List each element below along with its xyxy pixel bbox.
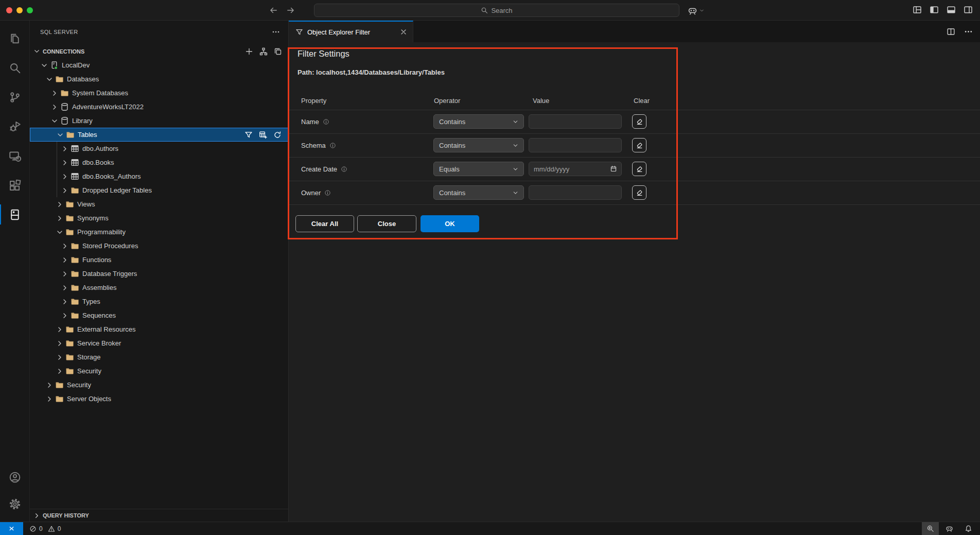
status-zoom-in[interactable] xyxy=(922,522,939,535)
clear-create-date-button[interactable] xyxy=(632,162,646,176)
minimize-window-button[interactable] xyxy=(16,7,23,13)
tree-item-server-objects[interactable]: Server Objects xyxy=(30,392,288,406)
status-notifications[interactable] xyxy=(960,522,977,535)
tree-item-views[interactable]: Views xyxy=(30,197,288,211)
chevron-right-icon[interactable] xyxy=(61,172,69,181)
customize-layout-icon[interactable] xyxy=(913,5,922,14)
activity-bar-accounts[interactable] xyxy=(0,464,29,491)
connection-groups-button[interactable] xyxy=(259,47,268,56)
activity-bar-search[interactable] xyxy=(0,53,29,82)
activity-bar-explorer[interactable] xyxy=(0,24,29,53)
command-center-search[interactable]: Search xyxy=(314,4,679,17)
tree-item-tables[interactable]: Tables xyxy=(30,128,288,142)
add-connection-button[interactable] xyxy=(245,47,253,56)
split-editor-icon[interactable] xyxy=(947,27,955,36)
activity-bar-extensions[interactable] xyxy=(0,170,29,200)
chevron-right-icon[interactable] xyxy=(61,270,69,278)
tree-item-assemblies[interactable]: Assemblies xyxy=(30,281,288,295)
tree-item-adventureworkslt2022[interactable]: AdventureWorksLT2022 xyxy=(30,100,288,114)
info-icon[interactable] xyxy=(324,189,331,196)
query-history-section-header[interactable]: QUERY HISTORY xyxy=(30,509,288,522)
chevron-right-icon[interactable] xyxy=(61,145,69,153)
chevron-down-icon[interactable] xyxy=(56,228,64,236)
chevron-right-icon[interactable] xyxy=(45,395,54,403)
close-button[interactable]: Close xyxy=(357,215,416,232)
chevron-right-icon[interactable] xyxy=(56,214,64,222)
activity-bar-run-and-debug[interactable] xyxy=(0,112,29,141)
new-table-button[interactable] xyxy=(259,131,267,139)
value-input-create-date[interactable]: mm/dd/yyyy xyxy=(529,162,622,176)
chevron-right-icon[interactable] xyxy=(56,367,64,375)
collapse-all-button[interactable] xyxy=(274,47,282,56)
operator-select-name[interactable]: Contains xyxy=(433,114,524,129)
tree-item-types[interactable]: Types xyxy=(30,295,288,308)
chevron-down-icon[interactable] xyxy=(40,61,48,70)
toggle-secondary-sidebar-icon[interactable] xyxy=(964,5,973,14)
calendar-icon[interactable] xyxy=(610,165,617,172)
remote-indicator[interactable] xyxy=(0,522,23,535)
tree-item-system-databases[interactable]: System Databases xyxy=(30,86,288,100)
tree-item-databases[interactable]: Databases xyxy=(30,72,288,86)
maximize-window-button[interactable] xyxy=(27,7,33,13)
tree-item-security[interactable]: Security xyxy=(30,364,288,378)
tree-item-dbo-books-authors[interactable]: dbo.Books_Authors xyxy=(30,169,288,183)
tab-object-explorer-filter[interactable]: Object Explorer Filter xyxy=(289,21,413,42)
chevron-right-icon[interactable] xyxy=(61,242,69,250)
chevron-right-icon[interactable] xyxy=(56,353,64,361)
chevron-right-icon[interactable] xyxy=(56,339,64,348)
operator-select-create-date[interactable]: Equals xyxy=(433,162,524,176)
problems-status[interactable]: 0 0 xyxy=(29,522,61,535)
operator-select-owner[interactable]: Contains xyxy=(433,185,524,200)
chevron-right-icon[interactable] xyxy=(50,89,59,97)
chevron-down-icon[interactable] xyxy=(45,75,54,83)
chevron-right-icon[interactable] xyxy=(61,256,69,264)
chevron-down-icon[interactable] xyxy=(33,47,41,55)
tree-item-localdev[interactable]: LocalDev xyxy=(30,58,288,72)
ok-button[interactable]: OK xyxy=(421,215,479,232)
refresh-button[interactable] xyxy=(273,131,282,139)
filter-button[interactable] xyxy=(244,131,253,139)
value-input-name[interactable] xyxy=(529,114,622,129)
clear-all-button[interactable]: Clear All xyxy=(295,215,354,232)
tree-item-dropped-ledger-tables[interactable]: Dropped Ledger Tables xyxy=(30,183,288,197)
tree-item-dbo-authors[interactable]: dbo.Authors xyxy=(30,142,288,156)
navigate-back-icon[interactable] xyxy=(269,6,278,15)
tree-item-sequences[interactable]: Sequences xyxy=(30,308,288,322)
tree-item-storage[interactable]: Storage xyxy=(30,350,288,364)
chevron-right-icon[interactable] xyxy=(61,159,69,167)
chevron-right-icon[interactable] xyxy=(61,284,69,292)
tree-item-library[interactable]: Library xyxy=(30,114,288,128)
chevron-right-icon[interactable] xyxy=(56,200,64,209)
value-input-owner[interactable] xyxy=(529,185,622,200)
navigate-forward-icon[interactable] xyxy=(286,6,295,15)
tree-item-functions[interactable]: Functions xyxy=(30,253,288,267)
tree-item-database-triggers[interactable]: Database Triggers xyxy=(30,267,288,281)
toggle-primary-sidebar-icon[interactable] xyxy=(930,5,939,14)
info-icon[interactable] xyxy=(329,142,336,149)
clear-name-button[interactable] xyxy=(632,114,646,129)
tree-item-programmability[interactable]: Programmability xyxy=(30,225,288,239)
tree-item-dbo-books[interactable]: dbo.Books xyxy=(30,156,288,169)
activity-bar-remote-explorer[interactable] xyxy=(0,141,29,170)
activity-bar-settings[interactable] xyxy=(0,491,29,517)
chevron-right-icon[interactable] xyxy=(45,381,54,389)
close-tab-icon[interactable] xyxy=(399,28,408,36)
more-actions-icon[interactable] xyxy=(964,27,973,36)
chevron-right-icon[interactable] xyxy=(61,298,69,306)
chevron-right-icon[interactable] xyxy=(50,103,59,111)
info-icon[interactable] xyxy=(341,166,347,172)
chevron-right-icon[interactable] xyxy=(61,186,69,195)
info-icon[interactable] xyxy=(323,118,329,125)
chevron-right-icon[interactable] xyxy=(56,325,64,334)
chevron-down-icon[interactable] xyxy=(50,117,59,125)
tree-item-security[interactable]: Security xyxy=(30,378,288,392)
copilot-menu[interactable] xyxy=(688,5,705,16)
tree-item-synonyms[interactable]: Synonyms xyxy=(30,211,288,225)
more-actions-icon[interactable] xyxy=(272,28,280,36)
clear-schema-button[interactable] xyxy=(632,138,646,152)
chevron-down-icon[interactable] xyxy=(56,131,64,139)
operator-select-schema[interactable]: Contains xyxy=(433,138,524,152)
status-copilot-status[interactable] xyxy=(941,522,958,535)
tree-item-external-resources[interactable]: External Resources xyxy=(30,322,288,336)
activity-bar-source-control[interactable] xyxy=(0,82,29,112)
